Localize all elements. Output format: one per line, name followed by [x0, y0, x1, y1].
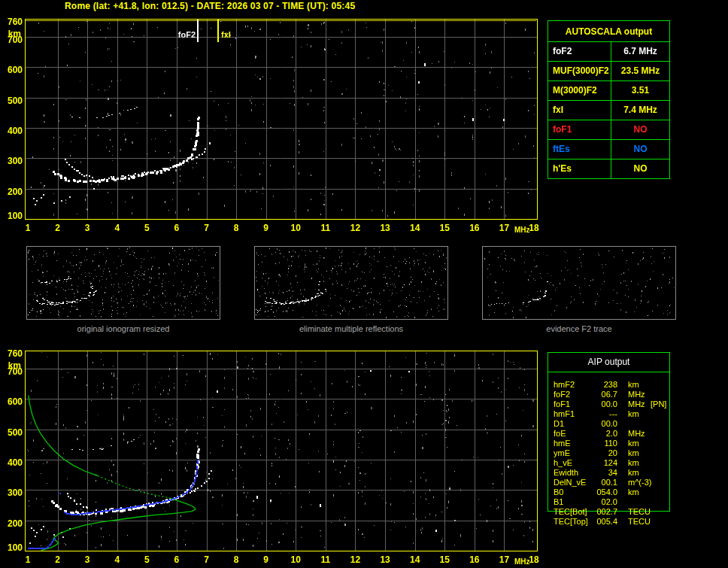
autoscala-row-value: 23.5 MHz — [611, 62, 669, 80]
aip-unit: km — [628, 409, 639, 419]
aip-value: 110 — [577, 439, 617, 448]
autoscala-row-value: 7.4 MHz — [611, 101, 669, 120]
aip-row-d1: D100.0 — [548, 419, 669, 429]
autoscala-row-value: NO — [611, 120, 669, 139]
aip-name: ymE — [554, 448, 570, 458]
aip-row-b1: B102.0 — [548, 497, 669, 507]
aip-name: hmF2 — [554, 380, 575, 390]
aip-unit: km — [628, 439, 639, 448]
autoscala-row-value: 3.51 — [611, 81, 669, 100]
aip-value: 00.0 — [577, 399, 617, 409]
autoscala-row-fxi: fxI7.4 MHz — [548, 101, 669, 120]
autoscala-row-muf3000f2: MUF(3000)F223.5 MHz — [548, 62, 669, 81]
aip-unit: TECU — [628, 507, 651, 517]
autoscala-row-fof1: foF1NO — [548, 120, 669, 140]
autoscala-row-hes: h'EsNO — [548, 159, 669, 178]
autoscala-row-label: foF2 — [548, 42, 611, 61]
autoscala-output-table: AUTOSCALA output foF26.7 MHzMUF(3000)F22… — [548, 20, 670, 179]
aip-row-tectop: TEC[Top]005.4TECU — [548, 517, 669, 527]
aip-value: 002.7 — [577, 507, 617, 517]
autoscala-row-fof2: foF26.7 MHz — [548, 42, 669, 62]
aip-unit: m^(-3) — [628, 478, 651, 488]
aip-row-yme: ymE20km — [548, 448, 669, 458]
aip-row-fof1: foF100.0MHz[PN] — [548, 399, 669, 409]
page-title: Rome (lat: +41.8, lon: 012.5) - DATE: 20… — [65, 1, 355, 11]
autoscala-row-value: NO — [611, 140, 669, 159]
aip-unit: MHz — [628, 390, 645, 399]
aip-row-hve: h_vE124km — [548, 458, 669, 468]
autoscala-row-label: MUF(3000)F2 — [548, 62, 611, 80]
autoscala-row-label: fxI — [548, 101, 611, 120]
aip-unit: km — [628, 468, 639, 478]
aip-name: D1 — [554, 419, 564, 429]
aip-row-foe: foE2.0MHz — [548, 429, 669, 439]
aip-unit: km — [628, 380, 639, 390]
aip-name: hmF1 — [554, 409, 575, 419]
aip-value: --- — [577, 409, 617, 419]
autoscala-row-value: NO — [611, 159, 669, 178]
aip-value: 124 — [577, 458, 617, 468]
aip-name: B1 — [554, 497, 563, 507]
autoscala-table-title: AUTOSCALA output — [548, 21, 669, 42]
aip-name: Ewidth — [554, 468, 578, 478]
aip-extra: [PN] — [651, 399, 666, 409]
aip-value: 054.0 — [577, 488, 617, 497]
thumbnail-evidence-f2-trace — [482, 246, 676, 320]
aip-row-tecbot: TEC[Bot]002.7TECU — [548, 507, 669, 517]
aip-row-hme: hmE110km — [548, 439, 669, 448]
aip-unit: km — [628, 488, 639, 497]
aip-row-ewidth: Ewidth34km — [548, 468, 669, 478]
autoscala-row-m3000f2: M(3000)F23.51 — [548, 81, 669, 101]
autoscala-row-label: foF1 — [548, 120, 611, 139]
autoscala-table-rows: foF26.7 MHzMUF(3000)F223.5 MHzM(3000)F23… — [548, 42, 669, 178]
aip-unit: km — [628, 448, 639, 458]
aip-value: 00.1 — [577, 478, 617, 488]
autoscala-row-value: 6.7 MHz — [611, 42, 669, 61]
aip-name: h_vE — [554, 458, 572, 468]
aip-value: 00.0 — [577, 419, 617, 429]
bottom-profile-plot — [0, 345, 549, 568]
autoscala-row-label: h'Es — [548, 159, 611, 178]
aip-value: 02.0 — [577, 497, 617, 507]
aip-row-hmf1: hmF1---km — [548, 409, 669, 419]
aip-row-delnve: DelN_vE00.1m^(-3) — [548, 478, 669, 488]
aip-value: 34 — [577, 468, 617, 478]
thumbnail-caption-evidence: evidence F2 trace — [482, 324, 676, 333]
aip-row-b0: B0054.0km — [548, 488, 669, 497]
aip-row-hmf2: hmF2238km — [548, 380, 669, 390]
autoscala-screen: Rome (lat: +41.8, lon: 012.5) - DATE: 20… — [0, 0, 728, 568]
aip-unit: TECU — [628, 517, 651, 527]
aip-output-table: AIP output hmF2238kmfoF206.7MHzfoF100.0M… — [548, 352, 670, 512]
thumbnail-eliminate-reflections — [254, 246, 448, 320]
thumbnail-original-ionogram — [26, 246, 220, 320]
aip-name: foF2 — [554, 390, 570, 399]
top-ionogram-plot — [0, 13, 549, 238]
aip-value: 2.0 — [577, 429, 617, 439]
aip-name: B0 — [554, 488, 563, 497]
autoscala-row-label: ftEs — [548, 140, 611, 159]
aip-name: foF1 — [554, 399, 570, 409]
autoscala-row-label: M(3000)F2 — [548, 81, 611, 100]
aip-value: 005.4 — [577, 517, 617, 527]
aip-title-separator — [548, 372, 669, 372]
aip-name: hmE — [554, 439, 571, 448]
aip-value: 238 — [577, 380, 617, 390]
aip-unit: km — [628, 458, 639, 468]
aip-value: 20 — [577, 448, 617, 458]
autoscala-row-ftes: ftEsNO — [548, 140, 669, 159]
aip-value: 06.7 — [577, 390, 617, 399]
aip-row-fof2: foF206.7MHz — [548, 390, 669, 399]
aip-unit: MHz — [628, 429, 645, 439]
thumbnail-caption-original: original ionogram resized — [26, 324, 220, 333]
aip-table-title: AIP output — [548, 357, 669, 367]
aip-name: foE — [554, 429, 566, 439]
thumbnail-caption-eliminate: eliminate multiple reflections — [254, 324, 448, 333]
aip-unit: MHz — [628, 399, 645, 409]
